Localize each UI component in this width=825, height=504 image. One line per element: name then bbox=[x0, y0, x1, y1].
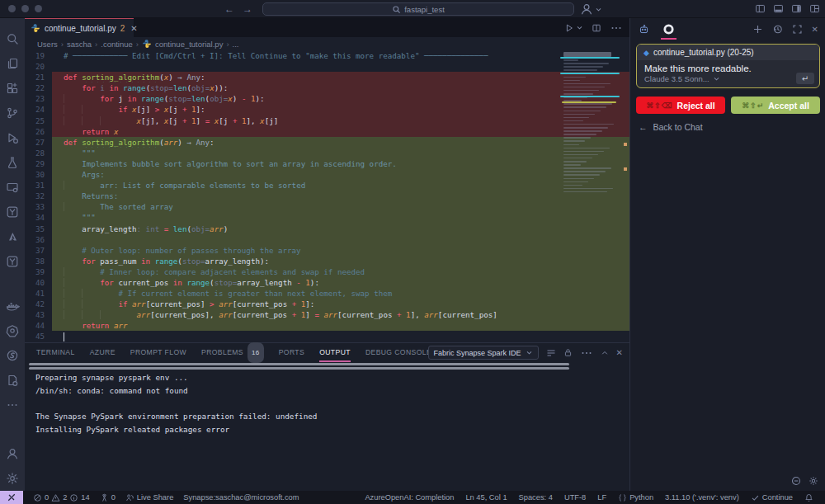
activity-run-debug-icon[interactable] bbox=[0, 125, 25, 150]
status-python[interactable]: Python bbox=[618, 493, 653, 502]
code-line-36[interactable]: 36 bbox=[25, 234, 629, 245]
status-spaces-4[interactable]: Spaces: 4 bbox=[519, 493, 553, 502]
code-line-26[interactable]: 26 return x bbox=[25, 126, 629, 137]
status-utf-8[interactable]: UTF-8 bbox=[564, 493, 586, 502]
split-editor-button[interactable] bbox=[592, 23, 601, 33]
model-selector[interactable]: Claude 3.5 Sonn... bbox=[644, 74, 720, 83]
history-back-button[interactable]: ← bbox=[224, 3, 234, 15]
output-channel-select[interactable]: Fabric Synapse Spark IDE bbox=[428, 346, 539, 360]
code-line-21[interactable]: 21def sorting_algorithm(x) → Any: bbox=[25, 72, 629, 82]
panel-tab-azure[interactable]: AZURE bbox=[90, 343, 116, 362]
history-forward-button[interactable]: → bbox=[243, 3, 252, 15]
activity-kubernetes-icon[interactable] bbox=[0, 318, 25, 343]
activity-docker-icon[interactable] bbox=[0, 294, 25, 318]
panel-tab-terminal[interactable]: TERMINAL bbox=[36, 343, 75, 362]
problems-status[interactable]: 0 2 14 bbox=[33, 493, 90, 502]
collapse-icon[interactable] bbox=[791, 476, 801, 486]
close-window-button[interactable] bbox=[8, 5, 16, 12]
edit-range-chip[interactable]: ◆ continue_tutorial.py (20-25) bbox=[637, 45, 819, 60]
notifications-bell-button[interactable] bbox=[804, 493, 813, 502]
editor-more-actions-button[interactable] bbox=[610, 21, 623, 35]
maximize-view-button[interactable] bbox=[792, 24, 803, 35]
code-line-45[interactable]: 45 bbox=[25, 331, 629, 341]
activity-settings-gear-icon[interactable] bbox=[0, 466, 25, 491]
prompt-input[interactable]: Make this more readable. bbox=[637, 60, 819, 73]
run-python-file-button[interactable] bbox=[564, 23, 574, 33]
code-line-41[interactable]: 41 # If current element is greater than … bbox=[25, 288, 629, 299]
command-center-search[interactable]: fastapi_test bbox=[262, 2, 574, 16]
code-line-23[interactable]: 23 for j in range(stop=len(obj=x) - 1): bbox=[25, 93, 629, 104]
breadcrumb-item[interactable]: Users bbox=[37, 40, 58, 49]
close-panel-button[interactable]: ✕ bbox=[616, 348, 623, 357]
reject-all-button[interactable]: ⌘⇧⌫ Reject all bbox=[636, 97, 725, 114]
toggle-primary-sidebar-button[interactable] bbox=[755, 3, 766, 14]
code-line-30[interactable]: 30 Args: bbox=[25, 169, 629, 180]
status-ln-45-col-1[interactable]: Ln 45, Col 1 bbox=[465, 493, 507, 502]
panel-tab-ports[interactable]: PORTS bbox=[279, 343, 304, 362]
breadcrumb-item[interactable]: continue_tutorial.py bbox=[155, 40, 223, 49]
activity-more-icon[interactable] bbox=[0, 393, 25, 417]
code-line-20[interactable]: 20 bbox=[25, 61, 629, 72]
code-line-43[interactable]: 43 arr[current_pos], arr[current_pos + 1… bbox=[25, 309, 629, 320]
code-line-31[interactable]: 31 arr: List of comparable elements to b… bbox=[25, 180, 629, 191]
edit-prompt-card[interactable]: ◆ continue_tutorial.py (20-25) Make this… bbox=[636, 44, 820, 88]
toggle-panel-button[interactable] bbox=[773, 3, 784, 14]
code-line-33[interactable]: 33 The sorted array bbox=[25, 201, 629, 212]
code-line-42[interactable]: 42 if arr[current_pos] > arr[current_pos… bbox=[25, 299, 629, 309]
activity-prompt-flow-icon[interactable] bbox=[0, 200, 25, 224]
toggle-secondary-sidebar-button[interactable] bbox=[791, 3, 802, 14]
activity-explorer-files-icon[interactable] bbox=[0, 51, 25, 76]
minimap[interactable] bbox=[560, 50, 620, 342]
code-line-29[interactable]: 29 Implements bubble sort algorithm to s… bbox=[25, 158, 629, 169]
code-line-22[interactable]: 22 for i in range(stop=len(obj=x)): bbox=[25, 82, 629, 93]
panel-tab-output[interactable]: OUTPUT bbox=[319, 343, 351, 362]
panel-tab-prompt-flow[interactable]: PROMPT FLOW bbox=[130, 343, 186, 362]
history-button[interactable] bbox=[772, 24, 783, 35]
activity-remote-explorer-icon[interactable] bbox=[0, 175, 25, 200]
code-line-24[interactable]: 24 if x[j] > x[j + 1]: bbox=[25, 104, 629, 115]
code-line-37[interactable]: 37 # Outer loop: number of passes throug… bbox=[25, 245, 629, 256]
status-azureopenai-completion[interactable]: AzureOpenAI: Completion bbox=[365, 493, 454, 502]
activity-search-icon[interactable] bbox=[0, 26, 25, 51]
minimize-window-button[interactable] bbox=[21, 5, 29, 12]
activity-workflow-icon[interactable] bbox=[0, 249, 25, 274]
continue-settings-icon[interactable] bbox=[808, 476, 818, 486]
back-to-chat-link[interactable]: ← Back to Chat bbox=[639, 122, 703, 132]
code-line-35[interactable]: 35 array_length: int = len(obj=arr) bbox=[25, 224, 629, 234]
breadcrumb[interactable]: Users›sascha›.continue›continue_tutorial… bbox=[25, 37, 629, 50]
close-sidepanel-button[interactable]: ✕ bbox=[812, 25, 818, 34]
close-tab-button[interactable]: ✕ bbox=[130, 24, 137, 33]
code-line-39[interactable]: 39 # Inner loop: compare adjacent elemen… bbox=[25, 266, 629, 277]
lock-scroll-icon[interactable] bbox=[563, 348, 573, 357]
remote-indicator[interactable] bbox=[0, 491, 23, 504]
customize-layout-button[interactable] bbox=[809, 3, 820, 14]
code-line-44[interactable]: 44 return arr bbox=[25, 320, 629, 331]
activity-source-control-icon[interactable] bbox=[0, 101, 25, 125]
new-session-button[interactable] bbox=[752, 24, 763, 35]
code-line-28[interactable]: 28 """ bbox=[25, 148, 629, 158]
tab-teams-toolkit[interactable] bbox=[637, 18, 651, 40]
status-lf[interactable]: LF bbox=[597, 493, 606, 502]
breadcrumb-item[interactable]: ... bbox=[233, 40, 239, 49]
activity-synapse-spark-icon[interactable] bbox=[0, 343, 25, 368]
panel-more-actions-button[interactable] bbox=[580, 346, 593, 360]
activity-azure-icon[interactable] bbox=[0, 224, 25, 249]
code-editor[interactable]: 19# ──────────── Edit [Cmd/Ctrl + I]: Te… bbox=[25, 50, 629, 342]
panel-tab-debug-console[interactable]: DEBUG CONSOLE bbox=[365, 343, 431, 362]
ports-status[interactable]: 0 bbox=[100, 493, 116, 502]
code-line-38[interactable]: 38 for pass_num in range(stop=array_leng… bbox=[25, 256, 629, 266]
code-line-25[interactable]: 25 x[j], x[j + 1] = x[j + 1], x[j] bbox=[25, 115, 629, 126]
submit-prompt-button[interactable]: ↵ bbox=[796, 73, 814, 84]
tab-continue-tutorial[interactable]: continue_tutorial.py 2 ✕ bbox=[25, 18, 134, 37]
output-wordwrap-button[interactable] bbox=[546, 348, 556, 358]
breadcrumb-item[interactable]: .continue bbox=[101, 40, 133, 49]
profile-menu[interactable] bbox=[580, 2, 602, 16]
code-line-40[interactable]: 40 for current_pos in range(stop=array_l… bbox=[25, 277, 629, 288]
breadcrumb-item[interactable]: sascha bbox=[67, 40, 92, 49]
tab-continue[interactable] bbox=[661, 18, 676, 40]
code-line-27[interactable]: 27def sorting_algorithm(arr) → Any: bbox=[25, 137, 629, 148]
activity-testing-flask-icon[interactable] bbox=[0, 150, 25, 175]
azure-account-status[interactable]: Synapse:saschac@microsoft.com bbox=[183, 493, 299, 502]
zoom-window-button[interactable] bbox=[35, 5, 42, 12]
code-line-34[interactable]: 34 """ bbox=[25, 212, 629, 223]
